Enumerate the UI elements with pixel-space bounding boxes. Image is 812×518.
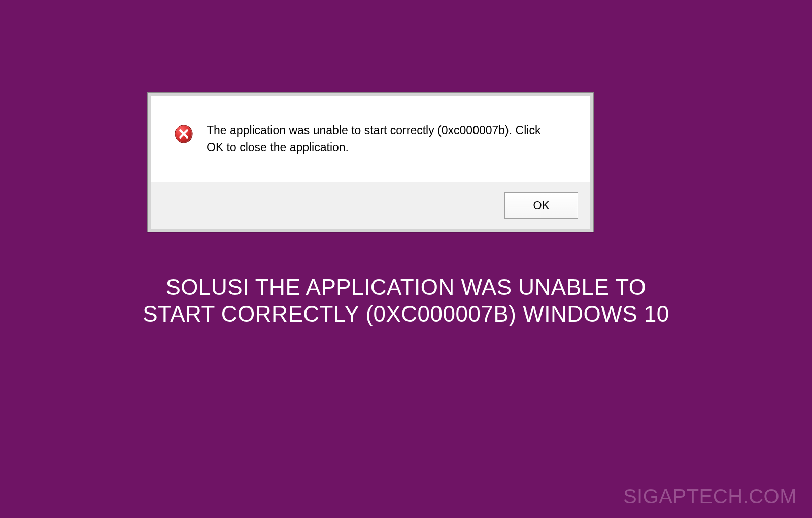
dialog-message: The application was unable to start corr… [207, 121, 560, 156]
error-icon [174, 124, 193, 144]
dialog-footer: OK [151, 182, 590, 229]
error-dialog: The application was unable to start corr… [147, 92, 594, 232]
dialog-body: The application was unable to start corr… [151, 96, 590, 182]
headline-text: SOLUSI THE APPLICATION WAS UNABLE TO STA… [127, 274, 685, 328]
dialog-inner: The application was unable to start corr… [151, 96, 590, 229]
watermark-text: SIGAPTECH.COM [623, 485, 797, 508]
ok-button[interactable]: OK [504, 192, 578, 219]
